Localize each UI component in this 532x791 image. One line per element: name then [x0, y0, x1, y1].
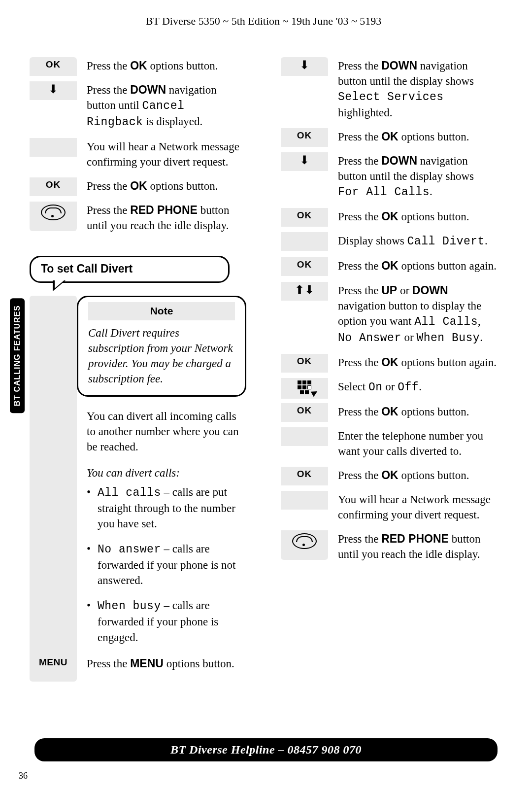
step-text: Press the OK options button.	[87, 57, 246, 81]
side-tab: BT CALLING FEATURES	[10, 298, 25, 413]
step-text: Press the OK options button again.	[338, 257, 498, 281]
step-text: Press the DOWN navigation button until t…	[338, 57, 498, 128]
step-text: You will hear a Network message confirmi…	[87, 138, 246, 177]
list-item: No answer – calls are forwarded if your …	[87, 541, 246, 588]
left-column: OK Press the OK options button. ⬇ Press …	[30, 57, 246, 682]
step-text: Press the OK options button.	[338, 128, 498, 152]
ok-icon: OK	[281, 257, 328, 276]
step-text: Select On or Off.	[338, 378, 498, 403]
note-body: Call Divert requires subscription from y…	[88, 327, 233, 385]
red-phone-icon	[281, 530, 328, 560]
blank-icon	[30, 296, 77, 397]
step-text: Press the RED PHONE button until you rea…	[338, 530, 498, 570]
blank-icon	[281, 491, 328, 510]
step-text: Press the DOWN navigation button until t…	[338, 152, 498, 208]
list-item: When busy – calls are forwarded if your …	[87, 598, 246, 645]
step-text: Display shows Call Divert.	[338, 232, 498, 257]
divert-heading: You can divert calls:	[87, 465, 246, 481]
intro-text: You can divert all incoming calls to ano…	[87, 409, 246, 454]
step-text: Press the UP or DOWN navigation button t…	[338, 282, 498, 354]
note-title: Note	[88, 302, 235, 320]
step-text: Press the OK options button.	[338, 467, 498, 491]
step-text: Press the OK options button.	[338, 403, 498, 427]
page-number: 36	[19, 771, 28, 781]
down-arrow-icon: ⬇	[281, 152, 328, 171]
ok-icon: OK	[281, 354, 328, 373]
down-arrow-icon: ⬇	[30, 81, 77, 100]
step-text: Press the OK options button again.	[338, 354, 498, 378]
step-text: You will hear a Network message confirmi…	[338, 491, 498, 530]
up-down-arrow-icon: ⬆⬇	[281, 282, 328, 301]
ok-icon: OK	[281, 467, 328, 485]
ok-icon: OK	[281, 128, 328, 147]
blank-icon	[30, 138, 77, 157]
helpline-bar: BT Diverse Helpline – 08457 908 070	[34, 738, 498, 761]
list-item: All calls – calls are put straight throu…	[87, 484, 246, 531]
callout-heading: To set Call Divert	[30, 256, 230, 283]
blank-icon	[281, 427, 328, 446]
red-phone-icon	[30, 202, 77, 231]
down-arrow-icon: ⬇	[281, 57, 328, 76]
page-header: BT Diverse 5350 ~ 5th Edition ~ 19th Jun…	[30, 15, 498, 28]
step-text: Press the OK options button.	[338, 208, 498, 232]
keypad-icon	[281, 378, 328, 399]
step-text: Press the DOWN navigation button until C…	[87, 81, 246, 138]
step-text: Press the MENU options button.	[87, 655, 246, 679]
ok-icon: OK	[281, 403, 328, 422]
right-column: ⬇ Press the DOWN navigation button until…	[281, 57, 498, 682]
menu-icon: MENU	[30, 655, 77, 682]
blank-icon	[30, 397, 77, 655]
step-text: Press the RED PHONE button until you rea…	[87, 202, 246, 241]
step-text: Enter the telephone number you want your…	[338, 427, 498, 467]
blank-icon	[281, 232, 328, 251]
step-text: Press the OK options button.	[87, 177, 246, 202]
ok-icon: OK	[30, 57, 77, 76]
ok-icon: OK	[30, 177, 77, 196]
ok-icon: OK	[281, 208, 328, 227]
note-box: Note Call Divert requires subscription f…	[77, 296, 246, 397]
